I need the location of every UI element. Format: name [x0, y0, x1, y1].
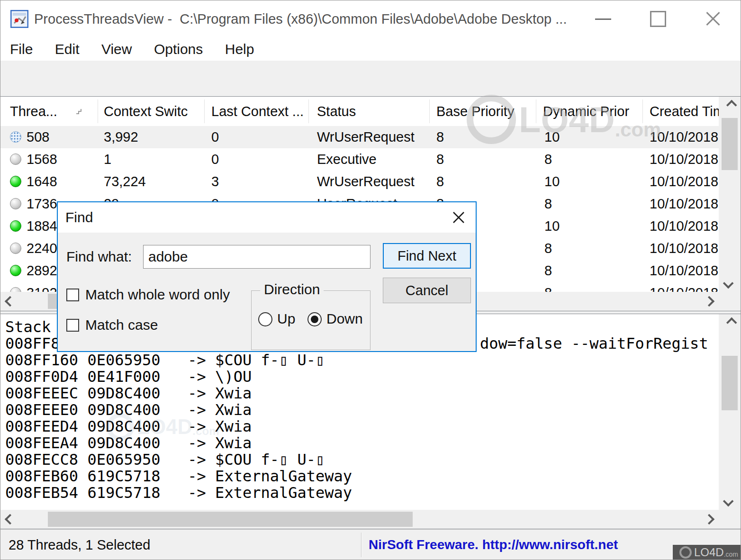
maximize-icon [650, 11, 666, 27]
cell-dynamic-priority: 8 [544, 237, 552, 260]
column-header-status[interactable]: Status [317, 97, 356, 126]
scroll-left-button[interactable] [0, 510, 22, 529]
scrollbar-thumb[interactable] [48, 512, 413, 527]
stack-line: 008FEEEC 09D8C400 -> Xwia [5, 385, 252, 402]
status-bar: 28 Threads, 1 Selected NirSoft Freeware.… [0, 529, 741, 560]
cell-status: WrUserRequest [317, 126, 415, 148]
cell-status: Executive [317, 148, 377, 171]
column-divider [308, 99, 309, 123]
nirsoft-link[interactable]: NirSoft Freeware. http://www.nirsoft.net [369, 530, 618, 560]
match-whole-word-checkbox[interactable] [66, 289, 79, 301]
cell-created: 10/10/2018 [650, 282, 718, 292]
scrollbar-thumb[interactable] [722, 356, 738, 410]
cell-created: 10/10/2018 [650, 193, 718, 215]
chevron-right-icon [704, 296, 715, 307]
find-what-input[interactable] [143, 245, 370, 269]
column-header-base-priority[interactable]: Base Priority [436, 97, 514, 126]
chevron-up-icon [726, 317, 737, 328]
minimize-button[interactable] [586, 4, 621, 34]
column-divider [204, 99, 205, 123]
direction-radio-up[interactable] [258, 312, 272, 326]
thread-state-icon [10, 154, 21, 165]
app-icon [10, 10, 28, 28]
chevron-left-icon [5, 296, 16, 307]
chevron-right-icon [704, 514, 715, 525]
cell-id: 1884 [27, 215, 57, 237]
stack-line: 008FEEA4 09D8C400 -> Xwia [5, 435, 252, 452]
direction-group-label: Direction [260, 281, 324, 298]
stack-line: 008FF160 0E065950 -> $COU f-▯ U-▯ [5, 352, 325, 369]
cell-created: 10/10/2018 [650, 126, 718, 148]
find-dialog-close-button[interactable] [448, 208, 469, 227]
window-title: ProcessThreadsView - C:\Program Files (x… [34, 0, 567, 38]
menu-edit[interactable]: Edit [45, 38, 90, 61]
thread-state-icon [10, 265, 21, 276]
thread-state-icon [10, 287, 21, 292]
cell-dynamic-priority: 10 [544, 171, 560, 193]
menu-file[interactable]: File [0, 38, 43, 61]
cell-created: 10/10/2018 [650, 260, 718, 282]
cell-last-context: 0 [211, 126, 219, 148]
column-divider [642, 99, 643, 123]
cell-id: 1736 [27, 193, 57, 215]
lo4d-watermark-badge: LO4D .com [673, 545, 741, 560]
thread-state-icon [10, 220, 21, 232]
column-header-last-context[interactable]: Last Context ... [211, 97, 304, 126]
scroll-down-button[interactable] [719, 493, 741, 510]
thread-count-status: 28 Threads, 1 Selected [9, 530, 150, 560]
match-case-checkbox[interactable] [66, 319, 79, 332]
chevron-up-icon [726, 100, 737, 111]
scrollbar-thumb[interactable] [722, 118, 738, 170]
column-divider [429, 99, 430, 123]
stack-line: 008FECC8 0E065950 -> $COU f-▯ U-▯ [5, 452, 325, 468]
scrollbar-corner [719, 292, 741, 311]
stack-vertical-scrollbar[interactable] [719, 314, 741, 510]
stack-line: 008FEEE0 09D8C400 -> Xwia [5, 402, 252, 418]
scroll-up-button[interactable] [719, 97, 741, 114]
thread-state-icon [10, 131, 21, 143]
cell-id: 2240 [27, 237, 57, 260]
column-header-created-time[interactable]: Created Tim [650, 97, 719, 126]
table-row[interactable]: 5083,9920WrUserRequest81010/10/2018 [0, 126, 719, 148]
cell-id: 508 [27, 126, 49, 148]
direction-up-label: Up [277, 311, 295, 327]
cell-last-context: 0 [211, 148, 219, 171]
maximize-button[interactable] [641, 4, 676, 34]
chevron-left-icon [5, 514, 16, 525]
stack-horizontal-scrollbar[interactable] [0, 510, 719, 529]
scroll-right-button[interactable] [697, 292, 719, 311]
list-vertical-scrollbar[interactable] [719, 97, 741, 292]
column-header-context-switches[interactable]: Context Switc [104, 97, 188, 126]
match-whole-word-label: Match whole word only [85, 287, 230, 303]
table-row[interactable]: 164873,2243WrUserRequest81010/10/2018 [0, 171, 719, 193]
table-row[interactable]: 156810Executive8810/10/2018 [0, 148, 719, 171]
direction-radio-down[interactable] [307, 312, 322, 326]
cell-created: 10/10/2018 [650, 237, 718, 260]
column-header-dynamic-priority[interactable]: Dynamic Prior [543, 97, 629, 126]
sort-indicator-icon [75, 108, 83, 115]
match-case-label: Match case [85, 317, 158, 333]
cell-context-switches: 73,224 [104, 171, 146, 193]
processthreadsview-window: ProcessThreadsView - C:\Program Files (x… [0, 0, 741, 560]
scroll-right-button[interactable] [697, 510, 719, 529]
find-dialog-titlebar[interactable]: Find [58, 202, 476, 233]
cancel-button[interactable]: Cancel [383, 278, 471, 303]
find-next-button[interactable]: Find Next [383, 243, 471, 269]
table-header: Threa... Context Switc Last Context ... … [0, 97, 719, 126]
cell-last-context: 3 [211, 171, 219, 193]
cell-id: 3192 [27, 282, 57, 292]
cell-id: 1568 [27, 148, 57, 171]
cell-dynamic-priority: 8 [544, 193, 552, 215]
menu-options[interactable]: Options [144, 38, 213, 61]
scroll-down-button[interactable] [719, 275, 741, 292]
minimize-icon [595, 18, 611, 20]
close-icon [452, 210, 466, 225]
scroll-left-button[interactable] [0, 292, 22, 311]
thread-state-icon [10, 198, 21, 209]
menu-help[interactable]: Help [215, 38, 264, 61]
menu-view[interactable]: View [91, 38, 142, 61]
column-header-thread-id[interactable]: Threa... [10, 97, 57, 126]
scroll-up-button[interactable] [719, 314, 741, 331]
close-button[interactable] [696, 4, 731, 34]
cell-id: 2892 [27, 260, 57, 282]
